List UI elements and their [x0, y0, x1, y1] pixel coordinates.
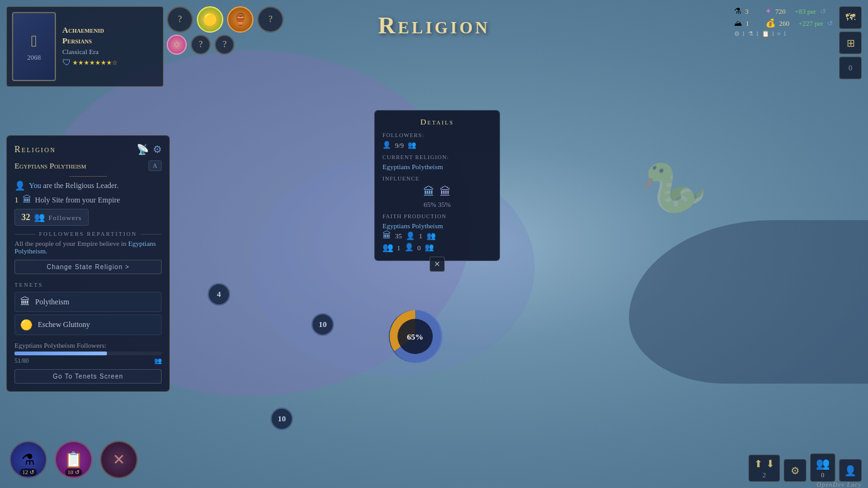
close-popup-button[interactable]: ✕ [430, 257, 445, 272]
details-popup: Details Followers: 👤 9/9 👥 Current Relig… [374, 110, 500, 261]
current-religion-name: Egyptians Polytheism [382, 163, 443, 170]
faith-val-1: 35 [395, 232, 402, 240]
question-btn-3[interactable]: ? [191, 35, 211, 55]
progress-label: Egyptians Polytheism Followers: [14, 341, 162, 349]
faith-row-1: 🏛 35 👤 1 👥 [382, 231, 492, 241]
civ-stars: 🛡 ★★★★★★★☆ [62, 58, 158, 68]
progress-label-text: Egyptians Polytheism Followers: [14, 341, 106, 349]
city-pie-chart: 65% [387, 308, 443, 365]
list-val: 1 [783, 30, 786, 37]
map-btn[interactable]: 🗺 [839, 6, 862, 29]
repartition-text: All the people of your Empire believe in… [14, 240, 162, 255]
opendev-label: OpenDev Lucy [816, 481, 862, 488]
divider-1 [69, 176, 107, 177]
tenet-2-name: Eschew Gluttony [38, 320, 90, 330]
civ-panel: 𓆣 2068 AchaemenidPersians Classical Era … [6, 6, 164, 87]
list-icon-sm: ≡ [777, 30, 781, 37]
science-count-badge: 12 ↺ [20, 469, 37, 476]
arrows-icon: ⬇ [766, 458, 774, 470]
science-count-icon: ↺ [30, 469, 35, 475]
flask-icon-sm: ⚗ [748, 30, 754, 37]
map-node-1[interactable]: 4 [208, 283, 230, 306]
refresh-icon-1: ↺ [820, 8, 826, 16]
leader-text: You are the Religious Leader. [29, 181, 118, 191]
culture-action-icon: 📋 [64, 451, 83, 469]
scroll-val: 1 [772, 30, 775, 37]
polytheism-icon: 🏛 [20, 296, 30, 308]
shield-icon: 🛡 [62, 58, 71, 68]
faith-group-2: 👥 [425, 243, 434, 252]
coin-value: 260 [779, 19, 795, 27]
religion-panel: Religion 📡 ⚙ Egyptians Polytheism A 👤 Yo… [6, 135, 170, 392]
faith-religion-row: Egyptians Polytheism [382, 222, 492, 230]
person-br-btn[interactable]: 👤 [839, 459, 862, 482]
faith-val-4: 0 [418, 244, 421, 252]
person-icon: 👤 [14, 180, 25, 191]
influence-label: Influence [382, 175, 492, 182]
progress-current: 51/80 [14, 357, 29, 364]
panel-header: Religion 📡 ⚙ [14, 143, 162, 155]
followers-label: Followers [48, 214, 82, 221]
religion-panel-icon[interactable]: 📡 [136, 143, 149, 155]
prod-value: 1 [746, 19, 762, 27]
grid-btn[interactable]: ⊞ [839, 31, 862, 54]
gold-btn[interactable]: 🟡 [197, 6, 223, 33]
panel-title: Religion [14, 145, 56, 155]
close-action-icon: ✕ [113, 451, 125, 469]
map-node-3[interactable]: 10 [270, 408, 293, 430]
science-icon: ⚗ [734, 6, 742, 16]
map-node-2[interactable]: 10 [311, 313, 334, 336]
followers-count: 32 [21, 213, 30, 223]
coin-icon: 💰 [765, 18, 776, 28]
science-action-button[interactable]: ⚗ 12 ↺ [9, 441, 47, 479]
mountain-icon: ⛰ [734, 18, 742, 28]
close-action-button[interactable]: ✕ [100, 441, 138, 479]
detail-person-icon: 👤 [382, 141, 391, 149]
settings-br-btn[interactable]: ⚙ [784, 459, 806, 482]
science-action-icon: ⚗ [21, 451, 35, 469]
gold-value: 720 [776, 8, 791, 15]
influence-pct-2: 35% [438, 201, 450, 208]
civ-year: 2068 [27, 53, 41, 61]
bottom-right-panel: ⬆ ⬇ 2 ⚙ 👥 0 👤 [748, 453, 862, 482]
culture-icon-btn[interactable]: 🏺 [227, 6, 253, 33]
city-circle[interactable]: 65% [387, 308, 443, 365]
followers-progress: Egyptians Polytheism Followers: 51/80 👥 [14, 341, 162, 364]
num-display: 0 [839, 57, 862, 79]
holy-site-fact: 1 🏛 Holy Site from your Empire [14, 195, 162, 205]
top-icons-row: ? 🟡 🏺 ? [167, 6, 284, 33]
question-btn-1[interactable]: ? [167, 6, 193, 33]
followers-badge: 32 👥 Followers [14, 209, 89, 226]
progress-bar-container [14, 352, 162, 355]
faith-icon-2: 👥 [382, 242, 393, 253]
holy-site-text: Holy Site from your Empire [35, 196, 120, 205]
religion-name-btn[interactable]: A [148, 160, 162, 171]
tenet-item-1: 🏛 Polytheism [14, 292, 162, 312]
question-btn-2[interactable]: ? [257, 6, 284, 33]
go-tenets-button[interactable]: Go To Tenets Screen [14, 369, 162, 384]
stars-display: ★★★★★★★☆ [72, 59, 118, 66]
repartition-main: All the people of your Empire believe in [14, 240, 126, 247]
religion-icon-btn[interactable]: ✡ [167, 35, 187, 55]
arrows-val: 2 [762, 471, 766, 479]
progress-values: 51/80 👥 [14, 357, 162, 364]
religion-panel-settings[interactable]: ⚙ [153, 143, 162, 155]
civ-emblem-icon: 𓆣 [31, 32, 37, 51]
current-religion-row: Egyptians Polytheism [382, 163, 492, 170]
culture-action-button[interactable]: 📋 10 ↺ [55, 441, 92, 479]
star-icon: ✦ [765, 6, 772, 16]
change-religion-button[interactable]: Change State Religion > [14, 260, 162, 274]
faith-icon-1: 🏛 [382, 231, 391, 241]
coin-income: +227 per [799, 19, 824, 27]
faith-person-2: 👤 [404, 243, 414, 252]
mini-resource-icons: ⚙ 1 ⚗ 1 📋 1 ≡ 1 [734, 30, 833, 37]
question-btn-4[interactable]: ? [214, 35, 235, 55]
people-icon-br: 👥 [816, 457, 830, 470]
influence-bar: 🏛 🏛 [382, 186, 492, 199]
scroll-icon-sm: 📋 [762, 30, 769, 37]
resource-line-science: ⚗ 3 ✦ 720 +83 per ↺ [734, 6, 833, 16]
culture-count-icon: ↺ [75, 469, 80, 475]
faith-val-2: 1 [419, 232, 423, 240]
arrows-panel: ⬆ ⬇ 2 [748, 455, 780, 482]
tenet-item-2: 🟡 Eschew Gluttony [14, 314, 162, 335]
